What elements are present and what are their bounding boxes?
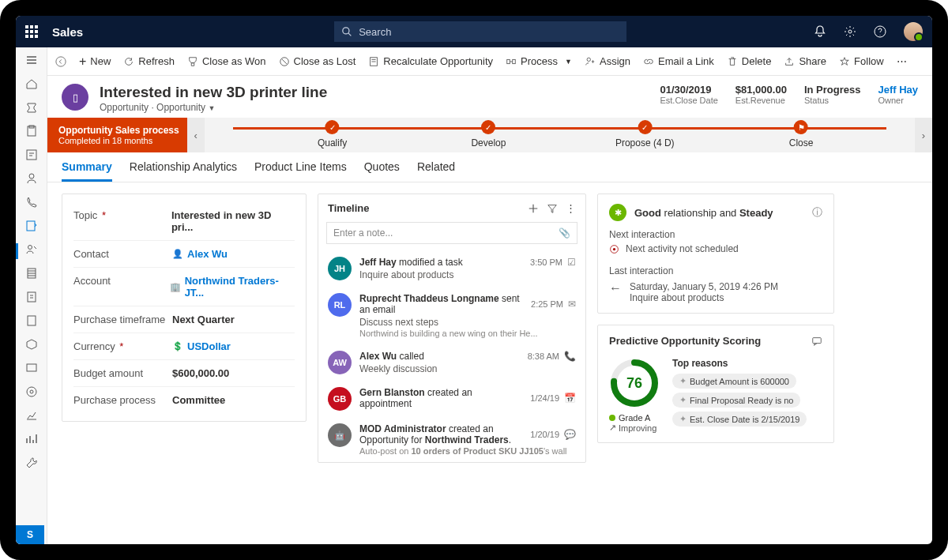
svg-rect-24: [813, 337, 822, 343]
hamburger-icon[interactable]: [25, 54, 38, 66]
info-icon[interactable]: ⓘ: [812, 205, 822, 220]
note-input[interactable]: Enter a note... 📎: [326, 222, 577, 244]
reason-pill[interactable]: ✦ Final Proposal Ready is no: [672, 393, 800, 408]
svg-point-2: [848, 30, 852, 33]
orders-icon[interactable]: [25, 314, 38, 327]
chat-icon[interactable]: [811, 336, 822, 347]
scoring-title: Predictive Opportunity Scoring: [609, 335, 761, 347]
analytics-icon[interactable]: [25, 409, 38, 422]
products-icon[interactable]: [25, 338, 38, 351]
tab-quotes[interactable]: Quotes: [364, 160, 400, 182]
home-icon[interactable]: [25, 77, 38, 90]
app-launcher-icon[interactable]: [25, 25, 38, 38]
opportunities-icon[interactable]: [25, 220, 38, 232]
process-prev-icon[interactable]: ‹: [187, 118, 205, 152]
search-input[interactable]: Search: [334, 21, 626, 42]
delete-button[interactable]: Delete: [727, 55, 772, 67]
post-icon: 💬: [564, 429, 576, 440]
assign-button[interactable]: Assign: [585, 55, 630, 67]
field-row[interactable]: Account🏢Northwind Traders-JT...: [73, 267, 295, 306]
svg-point-9: [28, 246, 32, 250]
avatar: GB: [328, 387, 352, 411]
accounts-icon[interactable]: [25, 267, 38, 280]
svg-point-7: [29, 174, 34, 179]
campaigns-icon[interactable]: [25, 362, 38, 374]
email-link-button[interactable]: Email a Link: [643, 55, 714, 67]
tab-product-line-items[interactable]: Product Line Items: [254, 160, 347, 182]
field-value[interactable]: Committee: [172, 394, 225, 406]
breadcrumb[interactable]: Opportunity · Opportunity ▼: [100, 102, 327, 113]
field-value[interactable]: $600,000.00: [172, 367, 229, 379]
process-button[interactable]: Process▼: [506, 55, 572, 67]
contacts-icon[interactable]: [25, 172, 38, 185]
add-icon[interactable]: [528, 203, 539, 214]
user-avatar[interactable]: [904, 22, 923, 41]
tab-related[interactable]: Related: [417, 160, 455, 182]
phone-icon[interactable]: [25, 196, 38, 209]
stat-status: In ProgressStatus: [804, 84, 861, 105]
stat-owner[interactable]: Jeff HayOwner: [878, 84, 918, 105]
clipboard-icon[interactable]: [25, 125, 38, 137]
stat-revenue: $81,000.00Est.Revenue: [735, 84, 787, 105]
activity-text: Jeff Hay modified a task: [359, 257, 525, 268]
reports-icon[interactable]: [25, 433, 38, 445]
svg-point-21: [587, 58, 590, 61]
back-icon[interactable]: [55, 56, 66, 67]
settings-icon[interactable]: [844, 25, 856, 38]
task-icon: ☑: [567, 257, 576, 268]
attachment-icon[interactable]: 📎: [559, 227, 570, 239]
activities-icon[interactable]: [25, 148, 38, 161]
field-value[interactable]: Interested in new 3D pri...: [171, 209, 295, 233]
last-interaction-value[interactable]: ← Saturday, January 5, 2019 4:26 PMInqui…: [609, 281, 822, 303]
area-switcher[interactable]: S: [16, 525, 44, 544]
timeline-item[interactable]: JHJeff Hay modified a task3:50 PM☑Inquir…: [318, 250, 585, 287]
close-won-button[interactable]: Close as Won: [187, 55, 266, 67]
share-button[interactable]: Share: [784, 55, 826, 67]
new-button[interactable]: +New: [79, 54, 111, 69]
tab-summary[interactable]: Summary: [62, 160, 112, 182]
activity-text: Gern Blanston created an appointment: [359, 387, 525, 409]
reason-pill[interactable]: ✦ Budget Amount is 600000: [672, 374, 796, 389]
field-value[interactable]: 👤Alex Wu: [172, 248, 228, 260]
timeline-item[interactable]: AWAlex Wu called8:38 AM📞Weekly discussio…: [318, 344, 585, 381]
tools-icon[interactable]: [25, 457, 38, 469]
app-title: Sales: [52, 25, 83, 39]
quotes-icon[interactable]: [25, 291, 38, 303]
field-row[interactable]: Contact👤Alex Wu: [73, 240, 295, 267]
svg-point-0: [343, 27, 349, 33]
follow-button[interactable]: Follow: [839, 55, 884, 67]
field-row[interactable]: Purchase timeframeNext Quarter: [73, 306, 295, 333]
field-row[interactable]: Purchase processCommittee: [73, 386, 295, 413]
search-icon: [342, 27, 352, 37]
refresh-button[interactable]: Refresh: [123, 55, 175, 67]
next-interaction-value: Next activity not scheduled: [609, 243, 822, 254]
leads-icon[interactable]: [25, 243, 38, 256]
field-row[interactable]: Topic *Interested in new 3D pri...: [73, 202, 295, 240]
more-commands-icon[interactable]: ⋯: [897, 55, 907, 67]
pinned-icon[interactable]: [25, 101, 38, 114]
field-row[interactable]: Budget amount$600,000.00: [73, 359, 295, 386]
tab-relationship-analytics[interactable]: Relationship Analytics: [130, 160, 237, 182]
close-lost-button[interactable]: Close as Lost: [279, 55, 356, 67]
timeline-item[interactable]: RLRuprecht Thaddeus Longname sent an ema…: [318, 287, 585, 344]
activity-time: 1/20/19: [530, 430, 559, 439]
filter-icon[interactable]: [547, 203, 558, 214]
more-icon[interactable]: ⋮: [566, 202, 576, 214]
help-icon[interactable]: [874, 25, 886, 38]
field-row[interactable]: Currency *💲USDollar: [73, 333, 295, 359]
stage-close[interactable]: ⚑Close: [789, 120, 814, 148]
reason-pill[interactable]: ✦ Est. Close Date is 2/15/2019: [672, 412, 807, 427]
field-value[interactable]: Next Quarter: [172, 314, 235, 325]
field-value[interactable]: 💲USDollar: [172, 340, 231, 352]
process-banner: Opportunity Sales process Completed in 1…: [47, 118, 187, 152]
field-value[interactable]: 🏢Northwind Traders-JT...: [170, 275, 295, 299]
notifications-icon[interactable]: [814, 25, 826, 38]
process-next-icon[interactable]: ›: [915, 118, 932, 152]
timeline-item[interactable]: GBGern Blanston created an appointment1/…: [318, 381, 585, 417]
stage-propose[interactable]: ✓Propose (4 D): [615, 120, 675, 148]
stage-qualify[interactable]: ✓Qualify: [318, 120, 347, 148]
goals-icon[interactable]: [25, 385, 38, 398]
timeline-item[interactable]: 🤖MOD Administrator created an Opportunit…: [318, 417, 585, 462]
recalculate-button[interactable]: Recalculate Opportunity: [368, 55, 493, 67]
stage-develop[interactable]: ✓Develop: [471, 120, 506, 148]
